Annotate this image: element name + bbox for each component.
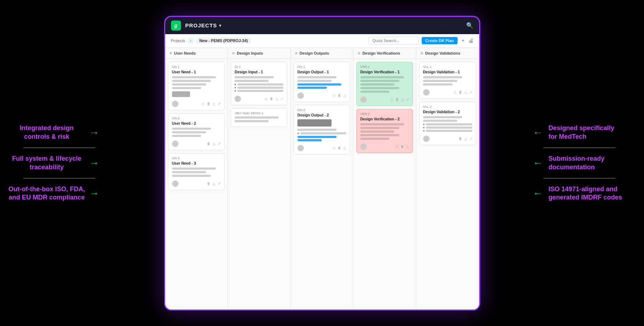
- text-line: [297, 76, 337, 78]
- card-id-un-1: UN-1: [172, 65, 221, 69]
- card-do-1[interactable]: DO-1 Design Output - 1 ◇ 🗑 △: [293, 62, 350, 102]
- breadcrumb-separator: ›: [188, 38, 194, 43]
- card-title-ver-1: Design Verification - 1: [360, 70, 409, 74]
- expand-icon[interactable]: ⤢: [469, 90, 472, 94]
- avatar-di-1: [235, 96, 241, 102]
- card-id-un-3: UN-3: [172, 156, 221, 160]
- card-title-val-1: Design Validation - 1: [423, 70, 472, 74]
- text-line: [235, 76, 274, 78]
- text-line: [360, 83, 394, 86]
- card-ver-1[interactable]: VER-1 Design Verification - 1 ◇ 🗑 △ ⤢: [356, 62, 413, 106]
- left-annotations: Integrated design controls & risk → Full…: [7, 0, 111, 326]
- card-id-ver-2: VER-2: [360, 112, 409, 116]
- expand-icon[interactable]: ⤢: [406, 97, 409, 101]
- expand-icon[interactable]: ⤢: [218, 182, 221, 185]
- text-line: [297, 129, 337, 131]
- avatar-do-1: [297, 92, 304, 99]
- card-ver-2[interactable]: VER-2 Design Verification - 2 ◇ 🗑 △: [356, 109, 413, 153]
- annotation-full-system: Full system & lifecycle traceability →: [7, 155, 111, 171]
- arrow-right-2: →: [89, 157, 99, 169]
- annotation-submission-ready: ← Submission-ready documentation: [533, 155, 637, 171]
- bullet-line: [297, 132, 346, 134]
- expand-icon[interactable]: ⤢: [218, 142, 221, 146]
- trash-icon[interactable]: 🗑: [207, 182, 210, 185]
- bullet-line: [423, 123, 472, 125]
- arrow-right-1: →: [89, 127, 99, 138]
- bullet-dot: [235, 90, 236, 92]
- top-bar: g PROJECTS ▾ 🔍: [165, 17, 479, 34]
- arrow-left-2: ←: [533, 157, 543, 169]
- expand-icon[interactable]: ⤢: [218, 102, 221, 106]
- card-jira-demo1[interactable]: JIRA Task: DEMO-1: [231, 108, 287, 127]
- trash-icon[interactable]: 🗑: [207, 102, 210, 106]
- expand-icon[interactable]: ⤢: [469, 137, 472, 141]
- text-line: [235, 116, 278, 119]
- annotation-submission-ready-text: Submission-ready documentation: [546, 155, 625, 171]
- sub-bar: Projects › New - PEMS (PDPROJ-34) Create…: [165, 34, 479, 48]
- right-annotations: ← Designed specifically for MedTech ← Su…: [533, 0, 637, 326]
- bullet-line: [235, 83, 283, 86]
- avatar-val-1: [423, 89, 430, 96]
- column-headers: ≡ User Needs ≡ Design Inputs ≡ Design Ou…: [165, 48, 479, 59]
- card-un-2[interactable]: UN-2 User Need - 2 🗑 △ ⤢: [168, 113, 225, 150]
- card-val-1[interactable]: VAL-1 Design Validation - 1 ◇ 🗑 △ ⤢: [419, 62, 476, 99]
- trash-icon[interactable]: 🗑: [207, 142, 210, 146]
- warning-icon: △: [406, 144, 409, 148]
- card-un-1[interactable]: UN-1 User Need - 1 ◇ 🗑 △ ⤢: [168, 62, 225, 110]
- breadcrumb-root[interactable]: Projects: [171, 38, 185, 43]
- col-header-icon-design-outputs: ≡: [295, 51, 297, 56]
- col-header-icon-design-validations: ≡: [421, 51, 423, 56]
- card-di-1[interactable]: DI-1 Design Input - 1: [231, 62, 287, 105]
- annotation-out-of-box: Out-of-the-box ISO, FDA, and EU MDR comp…: [7, 185, 111, 202]
- divider-right-2: [543, 178, 615, 179]
- text-line: [426, 130, 472, 132]
- trash-icon[interactable]: 🗑: [459, 137, 462, 141]
- grey-block: [172, 91, 190, 97]
- add-icon[interactable]: ＋: [460, 37, 465, 44]
- quick-search-input[interactable]: [369, 37, 419, 45]
- text-line: [172, 83, 206, 86]
- search-icon[interactable]: 🔍: [466, 22, 473, 29]
- annotation-designed-medtech: ← Designed specifically for MedTech: [533, 124, 637, 141]
- text-line: [235, 120, 269, 122]
- avatar-ver-1: [360, 96, 367, 103]
- text-line: [360, 123, 404, 125]
- text-line: [300, 132, 346, 134]
- text-line: [426, 123, 472, 125]
- trash-icon[interactable]: 🗑: [459, 90, 462, 94]
- col-header-icon-design-inputs: ≡: [232, 51, 235, 56]
- card-footer-ver-1: ◇ 🗑 △ ⤢: [360, 95, 409, 103]
- expand-icon[interactable]: ⤢: [281, 97, 283, 101]
- trash-icon[interactable]: 🗑: [395, 97, 399, 101]
- trash-icon[interactable]: 🗑: [400, 144, 404, 148]
- col-header-design-outputs: ≡ Design Outputs: [291, 48, 353, 59]
- card-val-2[interactable]: VAL-2 Design Validation - 2: [419, 102, 476, 145]
- trash-icon[interactable]: 🗑: [338, 146, 341, 150]
- print-icon[interactable]: 🖨: [468, 38, 473, 43]
- annotation-integrated-design-text: Integrated design controls & risk: [7, 124, 86, 141]
- card-un-3[interactable]: UN-3 User Need - 3 🗑 △ ⤢: [168, 153, 225, 190]
- diamond-icon: ◇: [333, 146, 335, 150]
- col-design-outputs: DO-1 Design Output - 1 ◇ 🗑 △: [291, 59, 353, 309]
- text-line: [172, 87, 201, 89]
- trash-icon[interactable]: 🗑: [270, 97, 273, 101]
- chevron-down-icon[interactable]: ▾: [219, 23, 221, 28]
- logo-icon: g: [171, 20, 181, 31]
- text-line: [172, 135, 201, 137]
- avatar-ver-2: [360, 143, 367, 150]
- bullet-dot: [235, 87, 236, 88]
- create-dr-button[interactable]: Create DR Plan: [422, 37, 457, 44]
- avatar-val-2: [423, 136, 430, 142]
- arrow-left-3: ←: [533, 188, 543, 199]
- card-icons-un-2: 🗑 △ ⤢: [207, 142, 221, 146]
- card-do-2[interactable]: DO-2 Design Output - 2 ◇ 🗑: [293, 105, 350, 155]
- text-line: [360, 130, 394, 133]
- trash-icon[interactable]: 🗑: [338, 93, 341, 97]
- text-line: [423, 116, 462, 118]
- card-title-do-1: Design Output - 1: [297, 70, 346, 74]
- card-footer-val-1: ◇ 🗑 △ ⤢: [423, 88, 472, 96]
- breadcrumb-active[interactable]: New - PEMS (PDPROJ-34): [196, 38, 251, 43]
- card-title-un-2: User Need - 2: [172, 121, 221, 125]
- card-icons-do-2: ◇ 🗑 △: [333, 146, 346, 150]
- card-icons-ver-1: ◇ 🗑 △ ⤢: [390, 97, 409, 101]
